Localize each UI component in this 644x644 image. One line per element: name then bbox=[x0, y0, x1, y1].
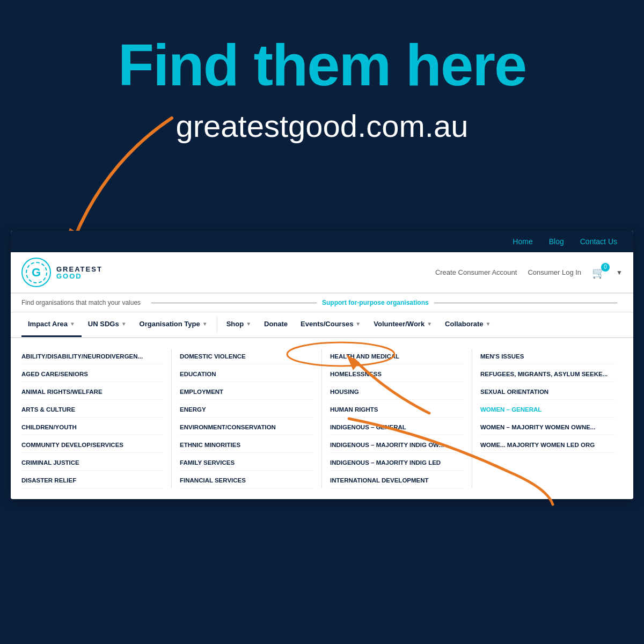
top-nav: Home Blog Contact Us bbox=[11, 231, 633, 252]
cart-icon[interactable]: 🛒 0 bbox=[592, 266, 605, 279]
bottom-area bbox=[0, 564, 644, 644]
cart-badge: 0 bbox=[601, 263, 610, 272]
menu-impact-area[interactable]: Impact Area ▼ bbox=[21, 312, 82, 337]
blog-link[interactable]: Blog bbox=[549, 237, 564, 246]
cart-chevron: ▼ bbox=[616, 269, 623, 276]
list-item[interactable]: ENERGY bbox=[180, 402, 313, 418]
home-link[interactable]: Home bbox=[513, 237, 532, 246]
filter-bar: Find organisations that match your value… bbox=[11, 294, 633, 312]
headline: Find them here bbox=[118, 32, 526, 97]
logo-circle: G bbox=[21, 258, 51, 287]
nav-right: Create Consumer Account Consumer Log In … bbox=[435, 266, 623, 279]
list-item[interactable]: ENVIRONMENT/CONSERVATION bbox=[180, 420, 313, 435]
list-item[interactable]: EDUCATION bbox=[180, 367, 313, 382]
consumer-log-link[interactable]: Consumer Log In bbox=[528, 268, 581, 276]
list-item[interactable]: HEALTH AND MEDICAL bbox=[330, 349, 464, 364]
menu-volunteer[interactable]: Volunteer/Work ▼ bbox=[367, 312, 438, 337]
volunteer-chevron: ▼ bbox=[427, 321, 432, 327]
create-account-link[interactable]: Create Consumer Account bbox=[435, 268, 517, 276]
dropdown-content: ABILITY/DISABILITY/NEURODIVERGEN... AGED… bbox=[11, 338, 633, 499]
support-divider bbox=[434, 303, 617, 303]
list-item[interactable]: INDIGENOUS – MAJORITY INDIG OW... bbox=[330, 437, 464, 453]
logo-good: GOOD bbox=[56, 273, 103, 280]
list-item[interactable]: WOME... MAJORITY WOMEN LED ORG bbox=[480, 437, 614, 453]
org-chevron: ▼ bbox=[202, 321, 208, 327]
menu-org-type[interactable]: Organisation Type ▼ bbox=[133, 312, 214, 337]
menu-donate[interactable]: Donate bbox=[258, 312, 294, 337]
list-item[interactable]: ARTS & CULTURE bbox=[21, 402, 163, 418]
website-mockup: Home Blog Contact Us G GREATEST GOOD Cre… bbox=[11, 231, 633, 499]
menu-un-sdgs[interactable]: UN SDGs ▼ bbox=[82, 312, 133, 337]
contact-link[interactable]: Contact Us bbox=[580, 237, 617, 246]
menu-collaborate[interactable]: Collaborate ▼ bbox=[438, 312, 497, 337]
list-item[interactable]: CHILDREN/YOUTH bbox=[21, 420, 163, 435]
filter-divider bbox=[151, 303, 317, 303]
dropdown-col-1: ABILITY/DISABILITY/NEURODIVERGEN... AGED… bbox=[21, 349, 172, 488]
list-item[interactable]: INDIGENOUS – MAJORITY INDIG LED bbox=[330, 455, 464, 471]
list-item[interactable]: ETHNIC MINORITIES bbox=[180, 437, 313, 453]
menu-events[interactable]: Events/Courses ▼ bbox=[294, 312, 367, 337]
list-item[interactable]: INDIGENOUS – GENERAL bbox=[330, 420, 464, 435]
dropdown-col-3: HEALTH AND MEDICAL HOMELESSNESS HOUSING … bbox=[322, 349, 472, 488]
list-item[interactable]: ANIMAL RIGHTS/WELFARE bbox=[21, 384, 163, 400]
list-item-women-general[interactable]: WOMEN – GENERAL bbox=[480, 402, 614, 418]
logo-g-letter: G bbox=[32, 266, 41, 280]
find-label: Find organisations that match your value… bbox=[21, 299, 141, 306]
list-item[interactable]: DOMESTIC VIOLENCE bbox=[180, 349, 313, 364]
list-item[interactable]: ABILITY/DISABILITY/NEURODIVERGEN... bbox=[21, 349, 163, 364]
menu-divider bbox=[217, 317, 217, 333]
list-item[interactable]: HOMELESSNESS bbox=[330, 367, 464, 382]
list-item[interactable]: COMMUNITY DEVELOP/SERVICES bbox=[21, 437, 163, 453]
list-item[interactable]: CRIMINAL JUSTICE bbox=[21, 455, 163, 471]
list-item[interactable]: FINANCIAL SERVICES bbox=[180, 473, 313, 488]
list-item[interactable]: WOMEN – MAJORITY WOMEN OWNE... bbox=[480, 420, 614, 435]
logo-text: GREATEST GOOD bbox=[56, 266, 103, 280]
list-item[interactable]: HOUSING bbox=[330, 384, 464, 400]
list-item[interactable]: REFUGEES, MIGRANTS, ASYLUM SEEKE... bbox=[480, 367, 614, 382]
logo-area: G GREATEST GOOD bbox=[21, 258, 103, 287]
list-item[interactable]: SEXUAL ORIENTATION bbox=[480, 384, 614, 400]
list-item[interactable]: INTERNATIONAL DEVELOPMENT bbox=[330, 473, 464, 488]
collab-chevron: ▼ bbox=[486, 321, 491, 327]
list-item[interactable]: MEN'S ISSUES bbox=[480, 349, 614, 364]
menu-bar: Impact Area ▼ UN SDGs ▼ Organisation Typ… bbox=[11, 312, 633, 338]
top-section: Find them here greatestgood.com.au bbox=[0, 0, 644, 165]
list-item[interactable]: AGED CARE/SENIORS bbox=[21, 367, 163, 382]
list-item[interactable]: DISASTER RELIEF bbox=[21, 473, 163, 488]
impact-chevron: ▼ bbox=[70, 321, 75, 327]
dropdown-col-2: DOMESTIC VIOLENCE EDUCATION EMPLOYMENT E… bbox=[172, 349, 322, 488]
list-item[interactable]: FAMILY SERVICES bbox=[180, 455, 313, 471]
find-section: Find organisations that match your value… bbox=[21, 299, 322, 306]
menu-shop[interactable]: Shop ▼ bbox=[220, 312, 258, 337]
dropdown-col-4: MEN'S ISSUES REFUGEES, MIGRANTS, ASYLUM … bbox=[472, 349, 623, 488]
list-item[interactable]: HUMAN RIGHTS bbox=[330, 402, 464, 418]
un-chevron: ▼ bbox=[121, 321, 127, 327]
list-item[interactable]: EMPLOYMENT bbox=[180, 384, 313, 400]
url-text: greatestgood.com.au bbox=[176, 108, 469, 144]
shop-chevron: ▼ bbox=[246, 321, 251, 327]
logo-greatest: GREATEST bbox=[56, 266, 103, 273]
main-nav: G GREATEST GOOD Create Consumer Account … bbox=[11, 252, 633, 294]
support-section: Support for-purpose organisations bbox=[322, 299, 623, 306]
support-label: Support for-purpose organisations bbox=[322, 299, 429, 306]
events-chevron: ▼ bbox=[355, 321, 361, 327]
